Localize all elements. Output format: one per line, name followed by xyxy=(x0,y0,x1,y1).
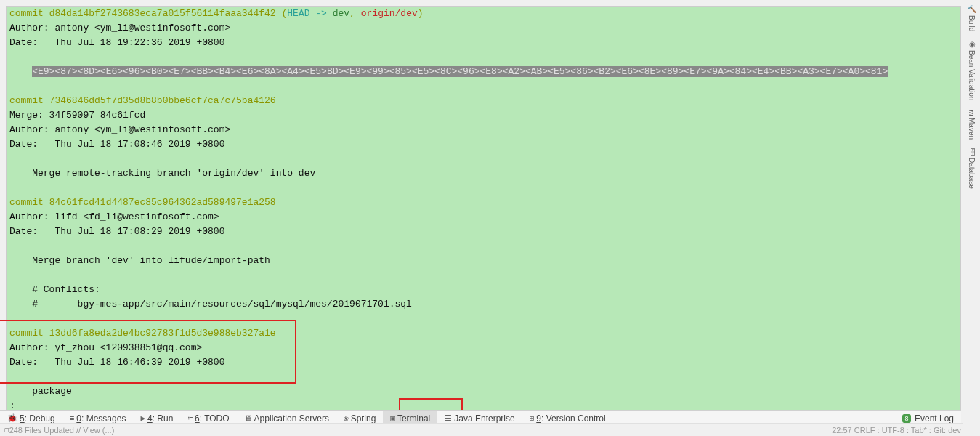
commit-message: package xyxy=(9,384,960,399)
commit-line: commit 84c61fcd41d4487ec85c964362ad58949… xyxy=(9,195,960,210)
commit-message: Merge branch 'dev' into lifude/import-pa… xyxy=(9,254,960,268)
date-line: Date: Thu Jul 18 19:22:36 2019 +0800 xyxy=(9,36,960,50)
database-icon: 🗄 xyxy=(968,148,976,156)
status-bar: ☐ 248 Files Updated // View (...) 22:57 … xyxy=(0,423,980,436)
event-log-icon: 8 xyxy=(902,414,911,423)
tab-build[interactable]: 🔨Build xyxy=(966,0,977,36)
merge-line: Merge: 34f59097 84c61fcd xyxy=(9,108,960,123)
todo-icon: ≔ xyxy=(187,413,193,423)
bug-icon: 🐞 xyxy=(7,413,17,423)
tab-database[interactable]: 🗄Database xyxy=(966,144,978,193)
author-line: Author: antony <ym_li@westinfosoft.com> xyxy=(9,123,960,137)
date-line: Date: Thu Jul 18 17:08:46 2019 +0800 xyxy=(9,137,960,152)
commit-line: commit 13dd6fa8eda2de4bc92783f1d5d3e988e… xyxy=(9,326,960,341)
javaee-icon: ☰ xyxy=(445,413,452,423)
right-sidebar: 🔨Build ◉Bean Validation mMaven 🗄Database xyxy=(963,0,980,436)
commit-line: commit 7346846dd5f7d35d8b8b0bbe6cf7ca7c7… xyxy=(9,94,960,108)
commit-message: # Conflicts: xyxy=(9,283,960,297)
date-line: Date: Thu Jul 18 16:46:39 2019 +0800 xyxy=(9,355,960,370)
spring-icon: ❀ xyxy=(344,413,349,423)
commit-message: # bgy-mes-app/src/main/resources/sql/mys… xyxy=(9,297,960,312)
status-right[interactable]: 22:57 CRLF : UTF-8 : Tab* : Git: dev : xyxy=(832,426,965,435)
bean-icon: ◉ xyxy=(968,40,976,48)
tab-bean-validation[interactable]: ◉Bean Validation xyxy=(966,36,977,105)
vcs-icon: ⊞ xyxy=(530,413,535,423)
build-icon: 🔨 xyxy=(968,4,976,13)
date-line: Date: Thu Jul 18 17:08:29 2019 +0800 xyxy=(9,225,960,239)
author-line: Author: yf_zhou <120938851@qq.com> xyxy=(9,341,960,355)
server-icon: 🖥 xyxy=(244,413,252,423)
maven-icon: m xyxy=(968,110,976,116)
commit-message: Merge remote-tracking branch 'origin/dev… xyxy=(9,166,960,181)
list-icon: ≡ xyxy=(70,413,75,423)
tab-maven[interactable]: mMaven xyxy=(966,105,977,145)
window-icon[interactable]: ☐ xyxy=(4,425,9,435)
terminal-output[interactable]: commit d84da14bf2743683eca7a015f56114faa… xyxy=(6,6,961,413)
commit-message: <E9><87><8D><E6><96><B0><E7><BB><B4><E6>… xyxy=(9,65,960,79)
play-icon: ▶ xyxy=(140,413,145,423)
status-left: 248 Files Updated // View (...) xyxy=(9,426,115,435)
terminal-icon: ▣ xyxy=(390,413,395,423)
author-line: Author: antony <ym_li@westinfosoft.com> xyxy=(9,21,960,36)
commit-line: commit d84da14bf2743683eca7a015f56114faa… xyxy=(9,7,960,21)
author-line: Author: lifd <fd_li@westinfosoft.com> xyxy=(9,210,960,225)
